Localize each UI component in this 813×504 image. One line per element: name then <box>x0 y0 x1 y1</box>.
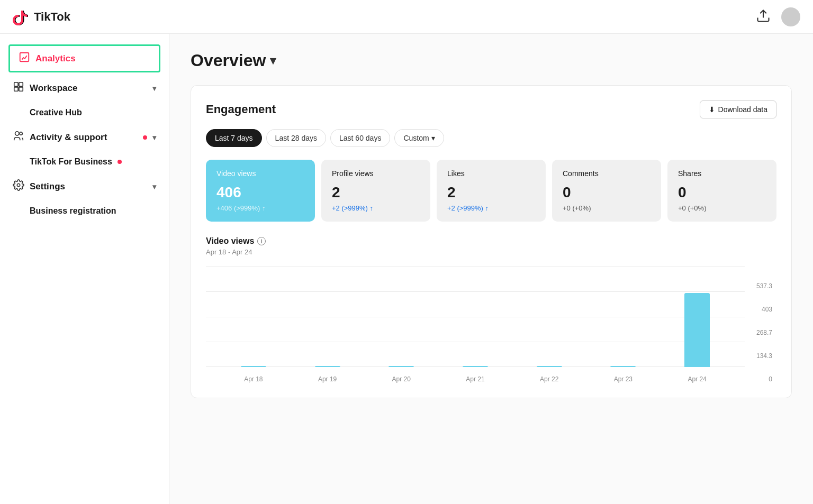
sidebar-item-creative-hub[interactable]: Creative Hub <box>0 102 169 124</box>
engagement-card: Engagement ⬇ Download data Last 7 days L… <box>191 85 792 398</box>
business-registration-label: Business registration <box>30 206 116 215</box>
last-28-days-button[interactable]: Last 28 days <box>266 129 326 147</box>
metric-card-video-views: Video views 406 +406 (>999%) ↑ <box>206 160 315 222</box>
sidebar-item-business-registration[interactable]: Business registration <box>0 200 169 222</box>
chart-bar-apr24 <box>684 293 710 367</box>
profile-views-value: 2 <box>332 184 420 201</box>
y-label-0: 0 <box>769 375 772 383</box>
chart-info-icon[interactable]: i <box>257 237 266 245</box>
shares-value: 0 <box>678 184 766 201</box>
logo: TikTok <box>13 8 70 25</box>
last-60-days-button[interactable]: Last 60 days <box>330 129 390 147</box>
chart-bar-group-apr20 <box>389 366 414 367</box>
chart-bar-group-apr21 <box>463 366 488 367</box>
tiktok-business-label: TikTok For Business <box>30 157 112 167</box>
activity-support-icon <box>13 130 24 144</box>
sidebar-item-activity-support[interactable]: Activity & support ▾ <box>0 124 169 151</box>
settings-label: Settings <box>30 181 147 192</box>
y-label-268: 268.7 <box>756 329 772 336</box>
x-label-apr18: Apr 18 <box>244 375 263 383</box>
custom-button[interactable]: Custom ▾ <box>394 129 444 147</box>
chart-bar-group-apr19 <box>315 366 340 367</box>
x-label-apr20: Apr 20 <box>392 375 411 383</box>
sidebar-item-workspace[interactable]: Workspace ▾ <box>0 75 169 102</box>
settings-chevron-icon: ▾ <box>152 182 156 191</box>
x-label-apr23: Apr 23 <box>614 375 633 383</box>
activity-support-label: Activity & support <box>30 132 136 143</box>
profile-views-change: +2 (>999%) ↑ <box>332 204 420 212</box>
custom-label: Custom <box>403 134 429 142</box>
metrics-row: Video views 406 +406 (>999%) ↑ Profile v… <box>206 160 776 222</box>
metric-card-likes: Likes 2 +2 (>999%) ↑ <box>437 160 546 222</box>
overview-chevron-icon[interactable]: ▾ <box>270 54 276 68</box>
chart-title-text: Video views <box>206 236 254 246</box>
y-label-134: 134.3 <box>756 352 772 360</box>
svg-rect-4 <box>14 87 18 91</box>
chart-bar-group-apr18 <box>241 366 266 367</box>
download-data-button[interactable]: ⬇ Download data <box>700 100 776 118</box>
chart-area: Apr 18 Apr 19 Apr 20 Apr 21 Apr 22 Apr 2… <box>206 267 776 383</box>
download-icon: ⬇ <box>709 105 715 114</box>
x-label-apr22: Apr 22 <box>540 375 558 383</box>
activity-support-chevron-icon: ▾ <box>152 133 156 142</box>
svg-rect-3 <box>19 83 23 86</box>
svg-rect-5 <box>19 87 23 91</box>
chart-bar-apr21 <box>463 366 488 367</box>
workspace-icon <box>13 81 24 95</box>
likes-label: Likes <box>447 169 535 178</box>
chart-x-labels: Apr 18 Apr 19 Apr 20 Apr 21 Apr 22 Apr 2… <box>206 375 745 383</box>
chart-subtitle: Apr 18 - Apr 24 <box>206 248 776 256</box>
shares-change: +0 (+0%) <box>678 204 766 212</box>
chart-bar-apr22 <box>537 366 562 367</box>
chart-bar-group-apr23 <box>610 366 636 367</box>
creative-hub-label: Creative Hub <box>30 108 82 117</box>
x-label-apr21: Apr 21 <box>466 375 484 383</box>
layout: Analytics Workspace ▾ Creative Hub <box>0 34 813 504</box>
engagement-title: Engagement <box>206 103 276 116</box>
svg-point-8 <box>17 184 20 187</box>
analytics-label: Analytics <box>35 53 150 64</box>
download-label: Download data <box>718 105 767 114</box>
sidebar-item-tiktok-business[interactable]: TikTok For Business <box>0 151 169 173</box>
activity-support-notification-dot <box>143 135 147 140</box>
overview-title: Overview <box>191 51 266 70</box>
comments-value: 0 <box>563 184 651 201</box>
workspace-label: Workspace <box>30 83 147 94</box>
comments-label: Comments <box>563 169 651 178</box>
video-views-label: Video views <box>216 169 304 178</box>
svg-point-7 <box>20 132 23 135</box>
card-header: Engagement ⬇ Download data <box>206 100 776 118</box>
likes-value: 2 <box>447 184 535 201</box>
sidebar-item-analytics[interactable]: Analytics <box>8 44 160 72</box>
shares-label: Shares <box>678 169 766 178</box>
svg-point-6 <box>15 132 19 135</box>
svg-rect-1 <box>20 53 29 62</box>
chart-y-axis: 537.3 403 268.7 134.3 0 <box>745 282 776 383</box>
chart-bar-apr19 <box>315 366 340 367</box>
last-7-days-button[interactable]: Last 7 days <box>206 129 262 147</box>
main-content: Overview ▾ Engagement ⬇ Download data La… <box>169 34 813 504</box>
y-label-403: 403 <box>762 306 772 313</box>
chart-bar-apr18 <box>241 366 266 367</box>
avatar[interactable] <box>781 7 800 26</box>
chart-bar-apr20 <box>389 366 414 367</box>
x-label-apr24: Apr 24 <box>688 375 706 383</box>
comments-change: +0 (+0%) <box>563 204 651 212</box>
svg-rect-2 <box>14 83 18 86</box>
metric-card-profile-views: Profile views 2 +2 (>999%) ↑ <box>321 160 430 222</box>
chart-bar-apr23 <box>610 366 636 367</box>
logo-text: TikTok <box>34 10 70 24</box>
page-title: Overview ▾ <box>191 51 792 70</box>
chart-bar-group-apr24 <box>684 293 710 367</box>
profile-views-label: Profile views <box>332 169 420 178</box>
chart-title: Video views i <box>206 236 776 246</box>
video-views-change: +406 (>999%) ↑ <box>216 204 304 212</box>
chart-bars <box>206 267 745 367</box>
settings-icon <box>13 179 24 194</box>
chart-section: Video views i Apr 18 - Apr 24 <box>206 236 776 383</box>
upload-icon[interactable] <box>756 8 771 25</box>
sidebar-item-settings[interactable]: Settings ▾ <box>0 173 169 200</box>
likes-change: +2 (>999%) ↑ <box>447 204 535 212</box>
metric-card-shares: Shares 0 +0 (+0%) <box>667 160 776 222</box>
tiktok-business-dot <box>118 160 122 164</box>
